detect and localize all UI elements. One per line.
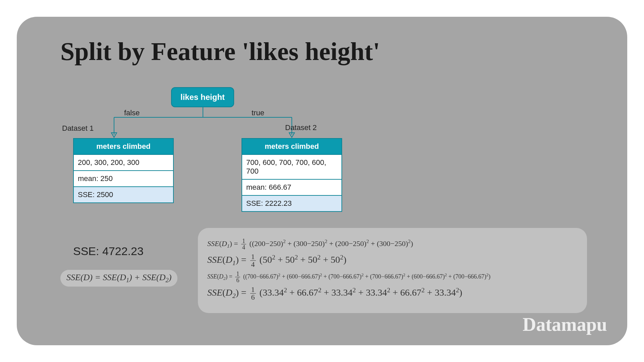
- slide-card: Split by Feature 'likes height' likes he…: [17, 17, 627, 345]
- table-header: meters climbed: [242, 139, 341, 154]
- math-derivation-box: SSE(D1) = 14 ((200−250)2 + (300−250)2 + …: [198, 228, 587, 313]
- table-row-sse: SSE: 2222.23: [242, 195, 341, 211]
- dataset-1-table: meters climbed 200, 300, 200, 300 mean: …: [73, 138, 174, 203]
- math-line-4: SSE(D2) = 16 (33.342 + 66.672 + 33.342 +…: [207, 286, 578, 301]
- table-row-values: 700, 600, 700, 700, 600, 700: [242, 154, 341, 179]
- table-row-sse: SSE: 2500: [74, 186, 173, 202]
- brand-watermark: Datamapu: [523, 314, 607, 335]
- math-line-2: SSE(D1) = 14 (502 + 502 + 502 + 502): [207, 253, 578, 268]
- table-row-mean: mean: 250: [74, 170, 173, 186]
- total-sse-label: SSE: 4722.23: [73, 245, 144, 258]
- sse-sum-formula: SSE(D) = SSE(D1) + SSE(D2): [60, 270, 177, 287]
- dataset-2-label: Dataset 2: [285, 123, 317, 132]
- svg-marker-5: [289, 133, 294, 137]
- table-header: meters climbed: [74, 139, 173, 154]
- edge-label-true: true: [252, 109, 264, 117]
- tree-root-node: likes height: [171, 87, 234, 107]
- math-line-3: SSE(D2) = 16 ((700−666.67)2 + (600−666.6…: [207, 271, 578, 283]
- table-row-values: 200, 300, 200, 300: [74, 154, 173, 170]
- table-row-mean: mean: 666.67: [242, 179, 341, 195]
- math-line-1: SSE(D1) = 14 ((200−250)2 + (300−250)2 + …: [207, 238, 578, 250]
- svg-marker-4: [111, 133, 117, 137]
- edge-label-false: false: [124, 109, 140, 117]
- dataset-2-table: meters climbed 700, 600, 700, 700, 600, …: [241, 138, 342, 212]
- dataset-1-label: Dataset 1: [62, 124, 94, 133]
- page-title: Split by Feature 'likes height': [60, 37, 380, 66]
